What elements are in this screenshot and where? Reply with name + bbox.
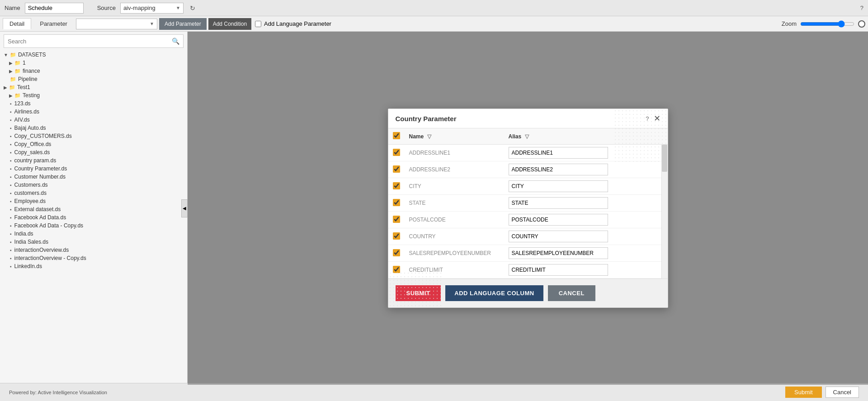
row-alias-input-5[interactable] (509, 231, 608, 242)
add-language-column-button[interactable]: ADD LANGUAGE COLUMN (445, 285, 543, 301)
refresh-icon[interactable]: ↻ (190, 5, 195, 12)
modal-footer: SUBMIT ADD LANGUAGE COLUMN CANCEL (388, 278, 668, 307)
name-input[interactable] (25, 3, 84, 14)
row-checkbox-1[interactable] (393, 165, 400, 173)
submit-button[interactable]: SUBMIT (396, 285, 441, 301)
row-name-6: SALESREPEMPLOYEENUMBER (405, 245, 504, 262)
bottom-bar: Powered by: Active Intelligence Visualiz… (0, 383, 868, 401)
row-alias-input-3[interactable] (509, 197, 608, 209)
row-alias-input-0[interactable] (509, 147, 608, 159)
tab-dropdown[interactable]: ▼ (76, 19, 157, 29)
dataset-icon-123ds: ▪ (10, 101, 12, 106)
add-condition-button[interactable]: Add Condition (208, 18, 251, 30)
tree-item-aiv[interactable]: ▪ AIV.ds (4, 116, 184, 124)
tab-bar: Detail Parameter ▼ Add Parameter Add Con… (0, 16, 868, 32)
tree-item-123ds[interactable]: ▪ 123.ds (4, 99, 184, 108)
row-alias-input-1[interactable] (509, 164, 608, 175)
tree-item-interactioncopy[interactable]: ▪ interactionOverview - Copy.ds (4, 254, 184, 262)
row-checkbox-2[interactable] (393, 182, 400, 189)
dataset-icon-facebookaddata: ▪ (10, 215, 12, 220)
add-language-param-checkbox[interactable] (255, 21, 261, 27)
tree-item-copysales[interactable]: ▪ Copy_sales.ds (4, 148, 184, 156)
modal-body: Name ▽ Alias ▽ (388, 128, 668, 278)
row-checkbox-0[interactable] (393, 149, 400, 156)
tree-label-datasets: DATASETS (18, 52, 46, 58)
tree-item-india[interactable]: ▪ India.ds (4, 230, 184, 238)
sidebar-collapse-button[interactable]: ◀ (181, 199, 188, 217)
tree-item-finance[interactable]: ▶ 📁 finance (4, 67, 184, 75)
row-name-5: COUNTRY (405, 228, 504, 245)
tree-item-indiasales[interactable]: ▪ India Sales.ds (4, 238, 184, 246)
tree-item-countryparameter[interactable]: ▪ Country Parameter.ds (4, 165, 184, 173)
table-row: COUNTRY (388, 228, 668, 245)
row-name-4: POSTALCODE (405, 212, 504, 228)
tree-item-1[interactable]: ▶ 📁 1 (4, 59, 184, 67)
col-alias-header: Alias ▽ (504, 128, 659, 145)
dataset-icon-interactionoverview: ▪ (10, 248, 12, 253)
bottom-submit-button[interactable]: Submit (785, 387, 821, 398)
tree-item-datasets[interactable]: ▼ 📁 DATASETS (4, 51, 184, 59)
tree-item-copyoffice[interactable]: ▪ Copy_Office.ds (4, 140, 184, 148)
tree-item-test1[interactable]: ▶ 📁 Test1 (4, 83, 184, 91)
tree-item-countryparam[interactable]: ▪ country param.ds (4, 156, 184, 165)
source-select[interactable]: aiv-mapping ▼ (120, 3, 184, 14)
tree-item-facebookadcopy[interactable]: ▪ Facebook Ad Data - Copy.ds (4, 222, 184, 230)
modal-overlay: Country Parameter ? ✕ (188, 32, 868, 385)
scrollbar-thumb[interactable] (662, 145, 667, 172)
tree-item-linkedin[interactable]: ▪ LinkedIn.ds (4, 262, 184, 270)
expand-icon-testing: ▶ (9, 93, 13, 98)
add-parameter-button[interactable]: Add Parameter (159, 18, 207, 30)
tree-label-copysales: Copy_sales.ds (14, 149, 50, 156)
tree-item-customernumber[interactable]: ▪ Customer Number.ds (4, 173, 184, 181)
row-alias-input-4[interactable] (509, 214, 608, 226)
table-row: ADDRESSLINE2 (388, 161, 668, 178)
tree-item-facebookaddata[interactable]: ▪ Facebook Ad Data.ds (4, 213, 184, 222)
tree-item-interactionoverview[interactable]: ▪ interactionOverview.ds (4, 246, 184, 254)
search-input[interactable] (8, 38, 172, 45)
row-checkbox-7[interactable] (393, 266, 400, 273)
zoom-label: Zoom (782, 20, 797, 27)
select-all-checkbox[interactable] (393, 132, 400, 139)
tree-item-employee[interactable]: ▪ Employee.ds (4, 197, 184, 205)
row-alias-input-2[interactable] (509, 180, 608, 192)
alias-filter-icon[interactable]: ▽ (525, 133, 529, 140)
tree-label-pipeline: Pipeline (18, 76, 38, 82)
bottom-cancel-button[interactable]: Cancel (826, 387, 859, 398)
dataset-icon-airlines: ▪ (10, 109, 12, 114)
row-alias-cell-2 (504, 178, 659, 195)
tree-item-pipeline[interactable]: 📁 Pipeline (4, 75, 184, 83)
row-checkbox-3[interactable] (393, 199, 400, 206)
tab-parameter[interactable]: Parameter (33, 18, 74, 29)
tree-label-copycustomers: Copy_CUSTOMERS.ds (14, 133, 72, 139)
source-label: Source (97, 5, 116, 11)
tree-item-copycustomers[interactable]: ▪ Copy_CUSTOMERS.ds (4, 132, 184, 140)
row-alias-cell-3 (504, 195, 659, 212)
tree-item-customers-cap[interactable]: ▪ Customers.ds (4, 181, 184, 189)
cancel-button[interactable]: CANCEL (548, 285, 595, 301)
help-icon[interactable]: ? (860, 5, 863, 11)
scrollbar-track (661, 145, 668, 278)
tree-item-customers-lower[interactable]: ▪ customers.ds (4, 189, 184, 197)
name-filter-icon[interactable]: ▽ (427, 133, 431, 140)
row-checkbox-6[interactable] (393, 249, 400, 256)
dataset-icon-bajaj: ▪ (10, 126, 12, 131)
modal-help-icon[interactable]: ? (646, 115, 649, 122)
tree-item-externaldataset[interactable]: ▪ External dataset.ds (4, 205, 184, 213)
dataset-icon-countryparameter: ▪ (10, 166, 12, 171)
tree-item-airlines[interactable]: ▪ Airlines.ds (4, 108, 184, 116)
row-alias-input-7[interactable] (509, 264, 608, 276)
param-table: Name ▽ Alias ▽ (388, 128, 668, 145)
tree-label-linkedin: LinkedIn.ds (14, 263, 42, 269)
tree-item-bajaj[interactable]: ▪ Bajaj Auto.ds (4, 124, 184, 132)
row-alias-input-6[interactable] (509, 247, 608, 259)
modal-close-icon[interactable]: ✕ (654, 114, 660, 123)
row-checkbox-4[interactable] (393, 216, 400, 223)
table-row: SALESREPEMPLOYEENUMBER (388, 245, 668, 262)
table-row: CITY (388, 178, 668, 195)
tree-item-testing[interactable]: ▶ 📁 Testing (4, 91, 184, 99)
tab-detail[interactable]: Detail (3, 18, 31, 29)
zoom-slider[interactable] (800, 20, 854, 28)
row-alias-cell-1 (504, 161, 659, 178)
row-checkbox-5[interactable] (393, 232, 400, 240)
dataset-icon-customernumber: ▪ (10, 175, 12, 179)
